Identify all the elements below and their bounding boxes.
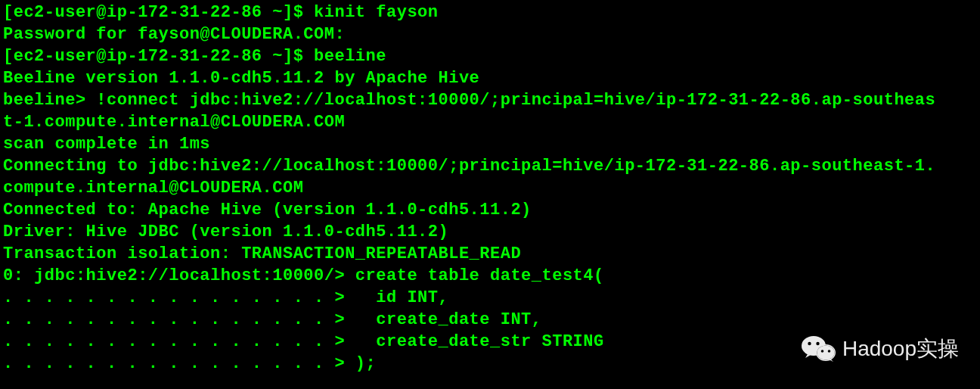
- terminal-output[interactable]: [ec2-user@ip-172-31-22-86 ~]$ kinit fays…: [0, 0, 980, 376]
